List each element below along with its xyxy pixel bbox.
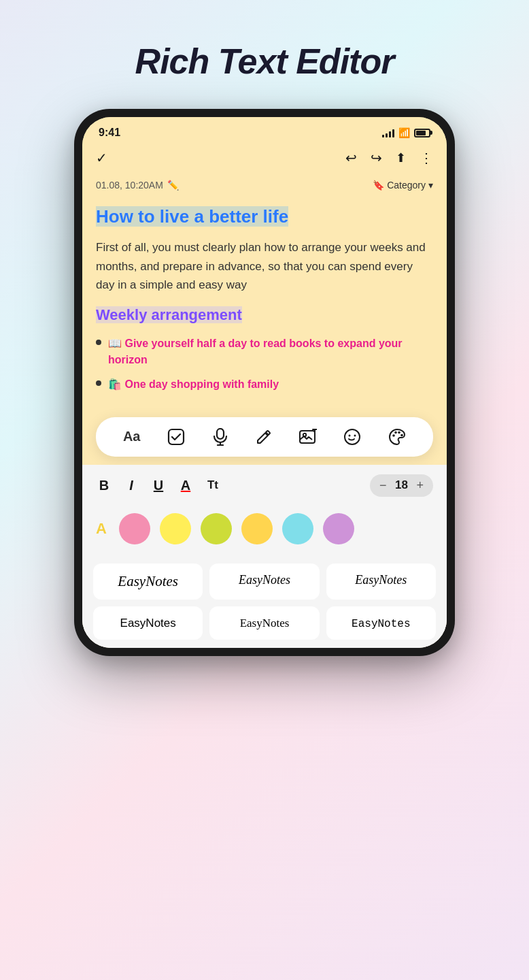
pen-tool[interactable] — [256, 428, 272, 446]
list-item: 📖 Give yourself half a day to read books… — [96, 336, 433, 368]
wifi-icon: 📶 — [398, 127, 410, 138]
status-bar: 9:41 📶 — [82, 117, 447, 144]
toolbar-left: ✓ — [96, 150, 107, 166]
note-heading2: Weekly arrangement — [96, 306, 242, 323]
font-style-plain2[interactable]: EasyNotes — [209, 606, 319, 640]
color-swatch-amber[interactable] — [241, 513, 273, 544]
font-style-plain1[interactable]: EasyNotes — [93, 606, 203, 640]
svg-point-13 — [398, 431, 400, 434]
bullet-item-1: 📖 Give yourself half a day to read books… — [108, 336, 433, 368]
font-style-cursive3[interactable]: EasyNotes — [326, 564, 436, 600]
svg-point-12 — [394, 431, 397, 434]
underline-button[interactable]: U — [150, 478, 167, 493]
svg-rect-0 — [169, 429, 184, 444]
font-size-icon[interactable]: Tt — [205, 478, 221, 492]
bookmark-icon: 🔖 — [373, 180, 384, 191]
font-tool[interactable]: Aa — [123, 429, 141, 444]
color-swatch-cyan[interactable] — [282, 513, 313, 544]
toolbar-right: ↩ ↪ ⬆ ⋮ — [345, 150, 433, 166]
battery-icon — [414, 129, 430, 137]
palette-tool[interactable] — [388, 428, 406, 446]
font-style-plain3[interactable]: EasyNotes — [326, 606, 436, 640]
page-title: Rich Text Editor — [0, 0, 529, 109]
share-icon[interactable]: ⬆ — [396, 150, 406, 165]
status-time: 9:41 — [99, 127, 120, 139]
check-icon[interactable]: ✓ — [96, 150, 107, 166]
svg-point-10 — [354, 434, 356, 436]
status-icons: 📶 — [382, 127, 430, 138]
italic-button[interactable]: I — [123, 478, 139, 493]
note-meta: 01.08, 10:20AM ✏️ 🔖 Category ▾ — [82, 174, 447, 199]
screen-lower: B I U A Tt − 18 + A — [82, 465, 447, 648]
svg-point-14 — [400, 434, 403, 436]
note-body: First of all, you must clearly plan how … — [96, 238, 433, 294]
bullet-dot — [96, 340, 101, 345]
format-bar: B I U A Tt − 18 + — [82, 465, 447, 506]
redo-icon[interactable]: ↪ — [371, 150, 382, 166]
font-size-value: 18 — [393, 478, 409, 492]
note-date: 01.08, 10:20AM ✏️ — [96, 180, 179, 191]
note-content: How to live a better life First of all, … — [82, 199, 447, 412]
bottom-toolbar-card: Aa — [96, 417, 433, 457]
list-item: 🛍️ One day shopping with family — [96, 376, 433, 393]
bold-button[interactable]: B — [96, 478, 112, 493]
signal-icon — [382, 128, 394, 137]
undo-icon[interactable]: ↩ — [345, 150, 357, 166]
phone-frame: 9:41 📶 ✓ — [74, 109, 455, 656]
font-style-cursive1[interactable]: EasyNotes — [93, 564, 203, 600]
color-label: A — [96, 520, 107, 538]
font-size-control: − 18 + — [370, 474, 433, 497]
font-styles-grid: EasyNotes EasyNotes EasyNotes EasyNotes … — [82, 555, 447, 648]
font-size-decrease[interactable]: − — [379, 478, 387, 493]
color-swatch-purple[interactable] — [323, 513, 354, 544]
note-category[interactable]: 🔖 Category ▾ — [373, 180, 433, 191]
bullet-list: 📖 Give yourself half a day to read books… — [96, 336, 433, 393]
font-style-cursive2[interactable]: EasyNotes — [209, 564, 319, 600]
color-row: A — [82, 506, 447, 555]
note-title-block: How to live a better life — [96, 204, 433, 229]
more-icon[interactable]: ⋮ — [420, 150, 433, 166]
svg-point-8 — [345, 429, 360, 444]
checkbox-tool[interactable] — [167, 428, 185, 446]
color-swatch-pink[interactable] — [119, 513, 150, 544]
phone-mockup: 9:41 📶 ✓ — [0, 109, 529, 656]
svg-point-9 — [349, 434, 351, 436]
bullet-item-2: 🛍️ One day shopping with family — [108, 376, 279, 393]
color-swatch-lime[interactable] — [201, 513, 232, 544]
font-size-increase[interactable]: + — [416, 478, 424, 493]
image-tool[interactable] — [299, 429, 317, 445]
bullet-dot — [96, 380, 101, 386]
chevron-down-icon: ▾ — [428, 180, 433, 191]
note-heading2-block: Weekly arrangement — [96, 305, 433, 326]
color-swatch-yellow[interactable] — [160, 513, 191, 544]
svg-rect-1 — [217, 429, 224, 439]
microphone-tool[interactable] — [212, 428, 228, 446]
edit-icon[interactable]: ✏️ — [167, 180, 179, 191]
phone-screen: 9:41 📶 ✓ — [82, 117, 447, 648]
svg-point-11 — [392, 434, 395, 437]
bottom-toolbar-container: Aa — [82, 412, 447, 465]
note-toolbar: ✓ ↩ ↪ ⬆ ⋮ — [82, 144, 447, 174]
text-color-button[interactable]: A — [177, 478, 194, 493]
emoji-tool[interactable] — [343, 428, 361, 446]
note-title: How to live a better life — [96, 206, 288, 227]
